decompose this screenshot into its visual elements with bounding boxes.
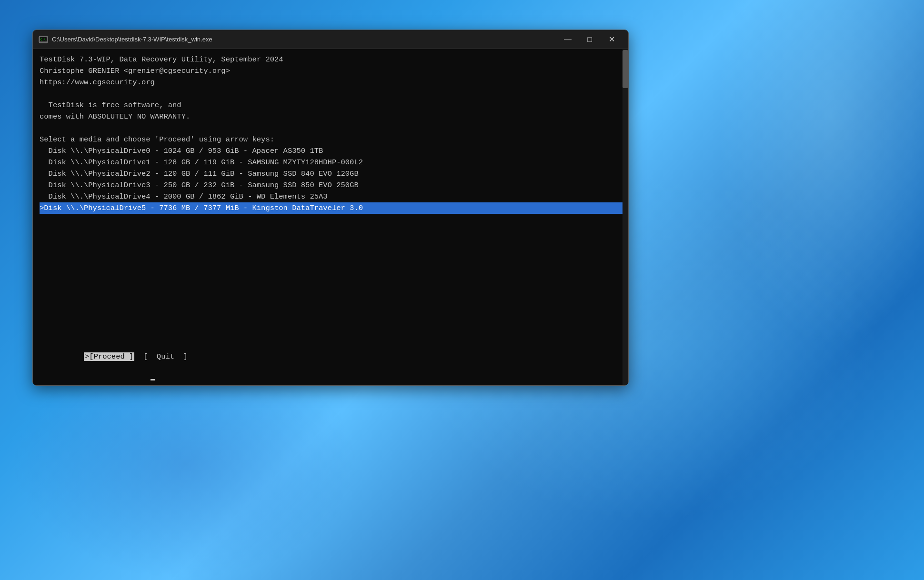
svg-text:C:\: C:\ bbox=[40, 38, 46, 41]
cursor-line bbox=[40, 374, 624, 385]
terminal-empty-6 bbox=[40, 271, 624, 282]
terminal-empty-2 bbox=[40, 225, 624, 237]
terminal-disk2: Disk \\.\PhysicalDrive2 - 120 GB / 111 G… bbox=[40, 168, 624, 180]
app-icon: C:\ bbox=[39, 35, 48, 44]
terminal-window: C:\ C:\Users\David\Desktop\testdisk-7.3-… bbox=[32, 30, 629, 386]
maximize-button[interactable]: □ bbox=[579, 32, 601, 47]
terminal-scrollbar[interactable] bbox=[623, 49, 628, 385]
terminal-disk0: Disk \\.\PhysicalDrive0 - 1024 GB / 953 … bbox=[40, 145, 624, 157]
terminal-body[interactable]: TestDisk 7.3-WIP, Data Recovery Utility,… bbox=[33, 49, 628, 385]
window-title: C:\Users\David\Desktop\testdisk-7.3-WIP\… bbox=[52, 36, 557, 43]
window-controls: — □ ✕ bbox=[557, 32, 623, 47]
proceed-selected[interactable]: >[>[Proceed ]Proceed ] bbox=[84, 352, 134, 361]
terminal-line-7 bbox=[40, 122, 624, 134]
terminal-disk5-selected: >Disk \\.\PhysicalDrive5 - 7736 MB / 737… bbox=[40, 202, 624, 214]
terminal-line-8: Select a media and choose 'Proceed' usin… bbox=[40, 134, 624, 145]
terminal-empty-1 bbox=[40, 214, 624, 225]
terminal-empty-9 bbox=[40, 305, 624, 317]
terminal-line-6: comes with ABSOLUTELY NO WARRANTY. bbox=[40, 111, 624, 122]
terminal-line-3: https://www.cgsecurity.org bbox=[40, 77, 624, 88]
terminal-line-5: TestDisk is free software, and bbox=[40, 100, 624, 111]
desktop: C:\ C:\Users\David\Desktop\testdisk-7.3-… bbox=[0, 0, 924, 580]
terminal-empty-10 bbox=[40, 317, 624, 328]
terminal-empty-11 bbox=[40, 328, 624, 340]
terminal-disk4: Disk \\.\PhysicalDrive4 - 2000 GB / 1862… bbox=[40, 191, 624, 202]
minimize-button[interactable]: — bbox=[557, 32, 579, 47]
terminal-line-1: TestDisk 7.3-WIP, Data Recovery Utility,… bbox=[40, 54, 624, 65]
terminal-empty-3 bbox=[40, 237, 624, 248]
scrollbar-thumb[interactable] bbox=[623, 50, 628, 88]
terminal-line-2: Christophe GRENIER <grenier@cgsecurity.o… bbox=[40, 65, 624, 77]
terminal-empty-5 bbox=[40, 260, 624, 271]
titlebar: C:\ C:\Users\David\Desktop\testdisk-7.3-… bbox=[33, 30, 628, 49]
terminal-empty-7 bbox=[40, 282, 624, 294]
close-button[interactable]: ✕ bbox=[601, 32, 623, 47]
terminal-output: TestDisk 7.3-WIP, Data Recovery Utility,… bbox=[36, 52, 628, 385]
terminal-action-bar: >[>[Proceed ]Proceed ] [ Quit ] bbox=[40, 340, 624, 374]
terminal-line-4 bbox=[40, 88, 624, 100]
terminal-disk3: Disk \\.\PhysicalDrive3 - 250 GB / 232 G… bbox=[40, 180, 624, 191]
terminal-empty-4 bbox=[40, 248, 624, 260]
terminal-cursor bbox=[151, 379, 155, 380]
terminal-empty-8 bbox=[40, 294, 624, 305]
terminal-disk1: Disk \\.\PhysicalDrive1 - 128 GB / 119 G… bbox=[40, 157, 624, 168]
